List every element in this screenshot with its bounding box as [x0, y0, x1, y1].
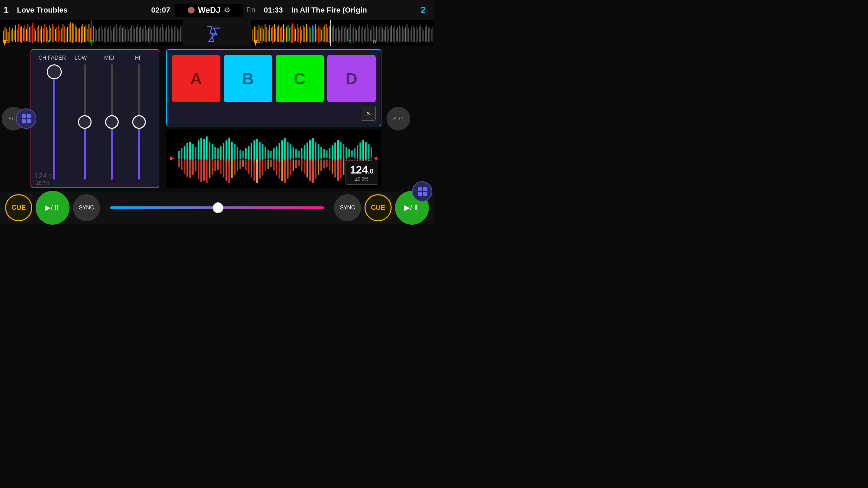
svg-rect-22 [35, 30, 36, 41]
svg-rect-200 [366, 27, 367, 42]
svg-rect-265 [220, 146, 222, 160]
svg-rect-79 [122, 28, 123, 42]
hotcue-c-button[interactable]: C [276, 55, 324, 102]
svg-rect-377 [329, 160, 331, 171]
low-eq-fader[interactable] [76, 64, 93, 180]
svg-rect-314 [357, 145, 358, 159]
low-eq-knob[interactable] [78, 115, 92, 129]
svg-rect-279 [259, 142, 261, 161]
svg-rect-150 [289, 28, 290, 41]
svg-rect-224 [402, 26, 403, 42]
mid-label: MID [95, 55, 123, 61]
svg-rect-63 [98, 29, 99, 41]
svg-rect-331 [200, 160, 202, 182]
svg-rect-229 [410, 30, 411, 41]
crossfader-track[interactable] [110, 206, 324, 209]
svg-rect-43 [67, 27, 68, 42]
deck2-waveform[interactable]: A B C D [251, 20, 434, 46]
svg-rect-134 [265, 24, 266, 42]
svg-rect-369 [307, 160, 308, 178]
svg-rect-139 [272, 26, 273, 43]
sync-button-right[interactable]: SYNC [334, 194, 361, 221]
svg-rect-333 [206, 160, 208, 183]
svg-rect-161 [306, 24, 307, 42]
svg-rect-131 [260, 28, 261, 41]
svg-rect-42 [66, 29, 67, 42]
hotcue-d-button[interactable]: D [327, 55, 376, 102]
deck1-waveform[interactable]: A B C [0, 20, 183, 46]
hi-label: HI [123, 55, 152, 61]
ch-fader[interactable] [42, 64, 66, 180]
app-logo: WeDJ ⚙ [175, 4, 243, 17]
hotcue-b-button[interactable]: B [224, 55, 272, 102]
svg-rect-218 [393, 28, 394, 42]
svg-rect-334 [209, 160, 211, 178]
svg-rect-300 [318, 144, 319, 160]
svg-rect-75 [116, 24, 117, 42]
svg-rect-99 [153, 27, 154, 42]
svg-rect-217 [391, 25, 392, 42]
svg-rect-172 [323, 27, 324, 42]
svg-rect-50 [78, 29, 79, 42]
play-button-left[interactable]: ▶/⏸ [36, 191, 70, 225]
cue-button-left[interactable]: CUE [5, 194, 32, 221]
svg-rect-309 [343, 144, 344, 160]
deck2-number: 2 [420, 5, 431, 16]
svg-rect-169 [318, 26, 319, 43]
svg-rect-34 [54, 26, 55, 42]
svg-rect-154 [295, 29, 296, 41]
svg-rect-284 [273, 148, 275, 160]
deck-toggle-right[interactable] [412, 181, 432, 202]
svg-rect-345 [239, 160, 241, 169]
crossfader-knob[interactable] [213, 202, 223, 213]
svg-rect-312 [351, 150, 353, 157]
bpm-value: 124 [35, 171, 47, 180]
sync-button-left[interactable]: SYNC [73, 194, 100, 221]
svg-rect-219 [394, 26, 395, 43]
svg-rect-235 [419, 27, 420, 42]
svg-rect-193 [355, 28, 356, 42]
svg-rect-143 [278, 25, 279, 42]
mid-eq-fader[interactable] [103, 64, 120, 180]
svg-rect-171 [321, 30, 322, 41]
svg-rect-151 [291, 26, 292, 43]
deck-toggle-left[interactable] [16, 108, 36, 129]
svg-rect-164 [311, 28, 312, 42]
svg-rect-28 [44, 24, 45, 42]
svg-rect-6 [11, 30, 12, 41]
svg-rect-5 [9, 27, 10, 42]
close-button[interactable]: × [361, 106, 376, 121]
mid-eq-knob[interactable] [105, 115, 119, 129]
svg-rect-290 [290, 144, 292, 160]
hotcues-panel: A B C D × [166, 49, 381, 126]
svg-rect-90 [139, 28, 140, 42]
svg-rect-366 [298, 160, 300, 166]
svg-rect-27 [43, 28, 44, 42]
settings-icon[interactable]: ⚙ [224, 6, 231, 15]
svg-rect-275 [248, 146, 250, 160]
svg-rect-21 [34, 28, 35, 42]
hi-eq-fader[interactable] [131, 64, 147, 180]
svg-rect-166 [314, 27, 315, 42]
svg-text:B: B [47, 39, 51, 44]
svg-rect-82 [127, 27, 128, 42]
svg-rect-315 [359, 143, 361, 160]
cue-button-right[interactable]: CUE [364, 194, 392, 221]
svg-rect-303 [326, 150, 328, 158]
svg-rect-73 [113, 28, 114, 42]
svg-rect-223 [400, 28, 401, 42]
svg-rect-370 [309, 160, 311, 181]
hi-eq-knob[interactable] [132, 115, 146, 129]
svg-rect-44 [69, 24, 70, 42]
svg-rect-258 [200, 138, 202, 160]
svg-rect-153 [294, 27, 295, 42]
svg-rect-350 [254, 160, 255, 181]
deck2-time: 01:33 [259, 6, 288, 15]
svg-rect-10 [17, 29, 18, 42]
ch-fader-knob[interactable] [47, 64, 62, 79]
svg-rect-80 [124, 26, 125, 43]
slip-button-right[interactable]: SLIP [387, 107, 410, 130]
svg-rect-361 [284, 160, 286, 183]
svg-rect-60 [93, 26, 94, 42]
hotcue-a-button[interactable]: A [172, 55, 220, 102]
